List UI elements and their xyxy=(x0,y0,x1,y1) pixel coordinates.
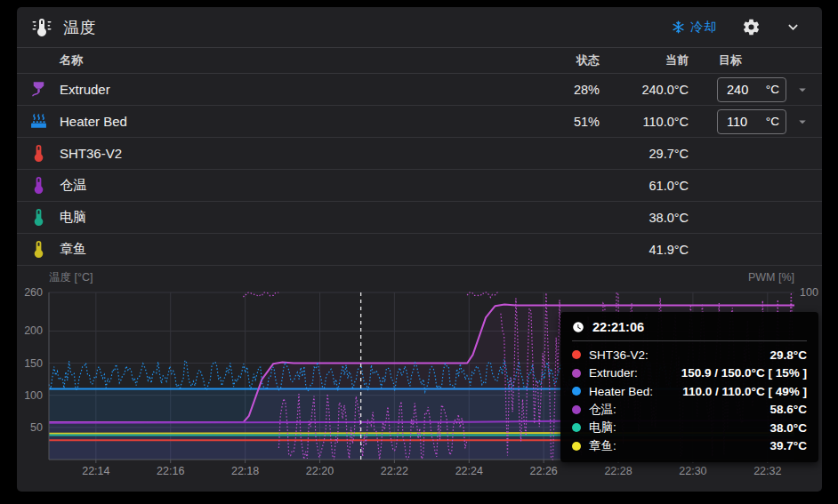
series-color-dot xyxy=(572,369,581,378)
tooltip-time: 22:21:06 xyxy=(592,320,644,334)
cooldown-label: 冷却 xyxy=(690,19,717,36)
table-row: 章鱼 41.9°C xyxy=(17,234,822,266)
sensor-table: Extruder 28% 240.0°C 240 °C Heater Bed 5… xyxy=(17,74,822,266)
table-row: Extruder 28% 240.0°C 240 °C xyxy=(17,74,822,106)
column-name: 名称 xyxy=(17,52,511,68)
svg-text:22:24: 22:24 xyxy=(455,465,483,477)
table-row: 电脑 38.0°C xyxy=(17,202,822,234)
svg-text:260: 260 xyxy=(24,286,43,299)
tooltip-label: 电脑: xyxy=(589,420,616,436)
panel-header: 温度 冷却 xyxy=(17,7,822,48)
column-current: 当前 xyxy=(600,52,689,68)
tooltip-value: 110.0 / 110.0°C [ 49% ] xyxy=(682,385,807,398)
snowflake-icon xyxy=(672,20,685,34)
preset-dropdown-button[interactable] xyxy=(794,82,810,98)
svg-text:22:28: 22:28 xyxy=(604,465,632,477)
tooltip-value: 150.9 / 150.0°C [ 15% ] xyxy=(681,366,807,380)
svg-text:22:26: 22:26 xyxy=(530,465,558,477)
sensor-current: 61.0°C xyxy=(600,179,689,193)
sensor-state: 51% xyxy=(511,115,600,129)
svg-text:150: 150 xyxy=(24,357,43,370)
caret-down-icon xyxy=(794,114,810,130)
svg-text:100: 100 xyxy=(24,389,43,402)
svg-text:22:20: 22:20 xyxy=(306,465,334,477)
column-target: 目标 xyxy=(689,52,822,68)
svg-text:50: 50 xyxy=(30,421,43,434)
preset-dropdown-button[interactable] xyxy=(794,114,810,130)
sensor-current: 41.9°C xyxy=(600,243,689,257)
tooltip-time-row: 22:21:06 xyxy=(572,320,807,341)
svg-text:22:16: 22:16 xyxy=(157,465,184,477)
svg-text:温度 [°C]: 温度 [°C] xyxy=(49,271,93,284)
tooltip-value: 29.8°C xyxy=(770,348,807,362)
caret-down-icon xyxy=(794,82,810,98)
sensor-current: 240.0°C xyxy=(600,83,689,97)
tooltip-value: 39.7°C xyxy=(770,439,807,452)
sensor-name: 章鱼 xyxy=(60,241,511,258)
svg-text:22:22: 22:22 xyxy=(381,465,408,477)
temperature-chart: 22:1422:1622:1822:2022:2222:2422:2622:28… xyxy=(17,266,822,492)
gear-icon xyxy=(742,18,761,36)
sensor-current: 38.0°C xyxy=(600,211,689,225)
sensor-current: 29.7°C xyxy=(600,147,689,161)
series-color-dot xyxy=(572,442,581,451)
tooltip-label: SHT36-V2: xyxy=(589,348,649,362)
target-unit: °C xyxy=(766,83,779,96)
sensor-name: 电脑 xyxy=(60,209,511,226)
table-row: 仓温 61.0°C xyxy=(17,170,822,202)
cooldown-button[interactable]: 冷却 xyxy=(665,13,724,41)
tooltip-value: 38.0°C xyxy=(770,421,807,435)
column-state: 状态 xyxy=(511,52,600,68)
thermometer-icon xyxy=(31,17,52,38)
sensor-current: 110.0°C xyxy=(600,115,689,129)
svg-text:100: 100 xyxy=(800,286,818,299)
table-header: 名称 状态 当前 目标 xyxy=(17,48,822,74)
series-color-dot xyxy=(572,423,581,432)
sensor-name: SHT36-V2 xyxy=(60,146,511,161)
sensor-name: Heater Bed xyxy=(60,114,511,129)
target-temp-input[interactable]: 240 °C xyxy=(717,77,786,102)
page-title: 温度 xyxy=(63,17,96,38)
series-color-dot xyxy=(572,405,581,414)
tooltip-row: Extruder: 150.9 / 150.0°C [ 15% ] xyxy=(572,364,807,383)
tooltip-rows: SHT36-V2: 29.8°C Extruder: 150.9 / 150.0… xyxy=(572,341,807,455)
thermometer-icon xyxy=(28,239,49,260)
sensor-name: Extruder xyxy=(60,82,511,97)
target-value: 240 xyxy=(727,83,766,97)
tooltip-row: 章鱼: 39.7°C xyxy=(572,437,807,456)
heater-bed-icon xyxy=(28,111,49,132)
sensor-state: 28% xyxy=(511,83,600,97)
sensor-name: 仓温 xyxy=(60,177,511,194)
table-row: SHT36-V2 29.7°C xyxy=(17,138,822,170)
target-temp-input[interactable]: 110 °C xyxy=(717,109,786,134)
extruder-icon xyxy=(28,79,49,100)
series-color-dot xyxy=(572,350,581,359)
chevron-down-icon xyxy=(784,18,802,36)
thermometer-icon xyxy=(28,143,49,164)
svg-text:22:30: 22:30 xyxy=(679,465,706,477)
svg-text:22:18: 22:18 xyxy=(231,465,259,477)
svg-text:PWM [%]: PWM [%] xyxy=(748,271,794,284)
svg-text:200: 200 xyxy=(24,324,43,337)
temperature-panel: 温度 冷却 名称 状态 当前 目标 Extruder 28% 240.0°C xyxy=(17,7,822,492)
target-value: 110 xyxy=(727,115,766,129)
collapse-button[interactable] xyxy=(778,12,808,42)
tooltip-value: 58.6°C xyxy=(770,403,807,416)
tooltip-label: Extruder: xyxy=(589,366,638,380)
clock-icon xyxy=(572,321,584,333)
thermometer-icon xyxy=(28,175,49,196)
svg-text:22:32: 22:32 xyxy=(753,465,781,477)
table-row: Heater Bed 51% 110.0°C 110 °C xyxy=(17,106,822,138)
tooltip-label: 仓温: xyxy=(589,402,616,418)
tooltip-label: 章鱼: xyxy=(589,438,616,454)
settings-button[interactable] xyxy=(737,12,766,42)
tooltip-row: 仓温: 58.6°C xyxy=(572,401,807,420)
tooltip-label: Heater Bed: xyxy=(589,385,653,398)
tooltip-row: 电脑: 38.0°C xyxy=(572,419,807,437)
svg-text:22:14: 22:14 xyxy=(82,465,109,477)
tooltip-row: Heater Bed: 110.0 / 110.0°C [ 49% ] xyxy=(572,382,807,401)
tooltip-row: SHT36-V2: 29.8°C xyxy=(572,346,807,364)
series-color-dot xyxy=(572,387,581,396)
target-unit: °C xyxy=(766,115,779,128)
thermometer-icon xyxy=(28,207,49,228)
